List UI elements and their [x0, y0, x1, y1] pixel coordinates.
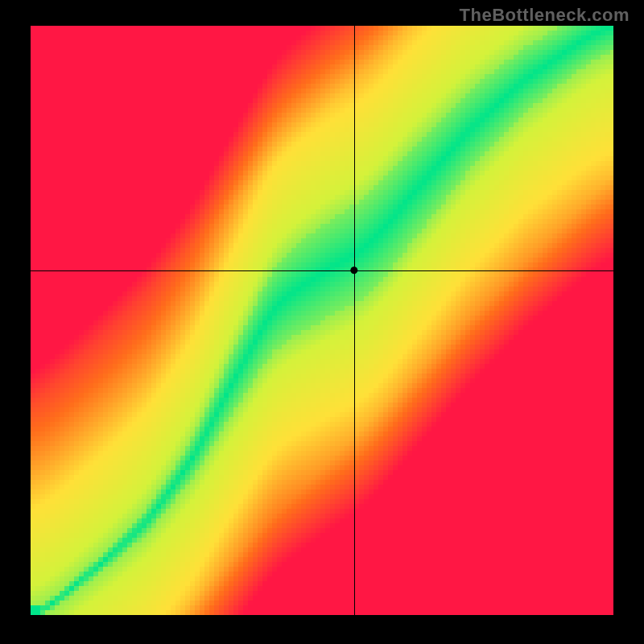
plot-frame: TheBottleneck.com [0, 0, 644, 644]
watermark-text: TheBottleneck.com [460, 5, 630, 26]
bottleneck-heatmap [31, 26, 613, 615]
